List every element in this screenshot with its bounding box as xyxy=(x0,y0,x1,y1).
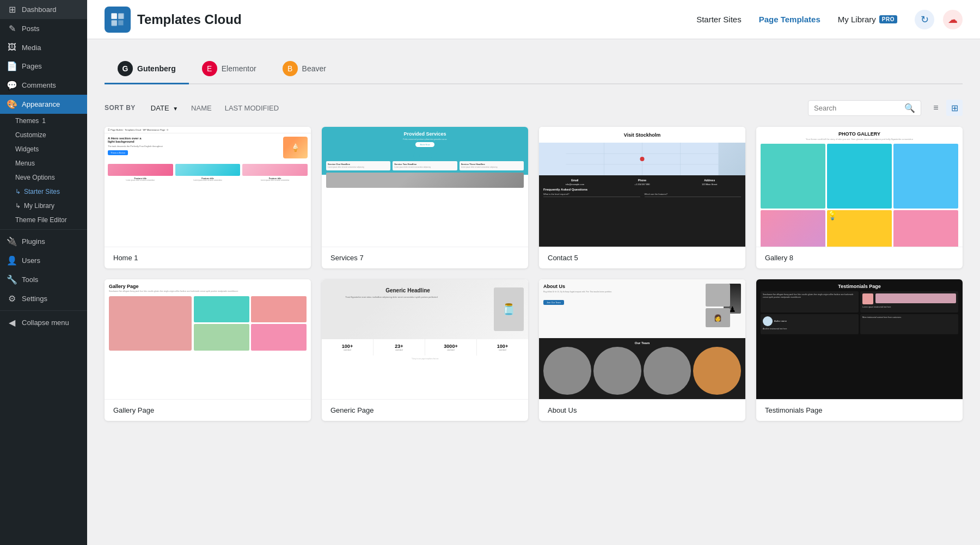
template-label-gallery8: Gallery 8 xyxy=(756,247,963,268)
template-card-gallery8[interactable]: PHOTO GALLERY Your theme could tell the … xyxy=(756,127,963,268)
template-label-gallerypage: Gallery Page xyxy=(105,399,311,421)
svg-rect-1 xyxy=(118,13,124,19)
sidebar-item-settings[interactable]: ⚙ Settings xyxy=(0,289,87,308)
header-logo: Templates Cloud xyxy=(105,7,242,33)
template-preview-generic: Generic Headline Trust fliganterbe main … xyxy=(322,279,528,399)
sidebar-item-label: Comments xyxy=(22,81,56,89)
settings-icon: ⚙ xyxy=(7,293,17,304)
nav-starter-sites[interactable]: Starter Sites xyxy=(696,15,742,24)
collapse-icon: ◀ xyxy=(7,317,17,328)
sidebar-item-label: Appearance xyxy=(22,100,60,108)
svg-point-9 xyxy=(640,157,645,161)
sidebar: ⊞ Dashboard ✎ Posts 🖼 Media 📄 Pages 💬 Co… xyxy=(0,0,87,545)
template-label-generic: Generic Page xyxy=(322,399,528,421)
template-card-services7[interactable]: Provided Services Felis euismod pretium … xyxy=(322,127,528,268)
sidebar-item-label: Users xyxy=(22,256,40,265)
sidebar-collapse-button[interactable]: ◀ Collapse menu xyxy=(0,313,87,332)
template-preview-aboutus: About Us Rug trilitat Ur In Ut, Uy fa fa… xyxy=(539,279,745,399)
svg-rect-2 xyxy=(111,20,117,26)
template-card-testimonials[interactable]: Testimonials Page Snackwave five affogat… xyxy=(756,279,963,421)
tab-beaver[interactable]: B Beaver xyxy=(270,54,339,84)
map-preview xyxy=(539,143,745,175)
sidebar-sub-prefix: ↳ xyxy=(15,188,21,195)
main-content: Templates Cloud Starter Sites Page Templ… xyxy=(87,0,980,545)
pages-icon: 📄 xyxy=(7,61,17,71)
template-preview-home1: ☰ Page Builder · Templates Cloud · WP Ma… xyxy=(105,127,311,247)
sidebar-item-comments[interactable]: 💬 Comments xyxy=(0,76,87,95)
body: G Gutenberg E Elementor B Beaver SORT BY… xyxy=(87,39,980,545)
sidebar-divider-2 xyxy=(0,310,87,311)
tab-elementor[interactable]: E Elementor xyxy=(189,54,270,84)
nav-my-library[interactable]: My Library xyxy=(838,15,876,24)
template-card-contact5[interactable]: Visit Stockholm xyxy=(539,127,745,268)
cloud-button[interactable]: ☁ xyxy=(943,10,963,29)
sidebar-item-my-library[interactable]: ↳ My Library xyxy=(0,199,87,213)
sidebar-item-media[interactable]: 🖼 Media xyxy=(0,38,87,57)
sidebar-item-neve-options[interactable]: Neve Options xyxy=(0,170,87,185)
sidebar-item-label: Themes xyxy=(15,117,39,125)
elementor-icon: E xyxy=(202,61,217,76)
sidebar-item-users[interactable]: 👤 Users xyxy=(0,251,87,270)
themes-badge: 1 xyxy=(42,117,46,125)
sidebar-item-label: Plugins xyxy=(22,237,45,246)
header: Templates Cloud Starter Sites Page Templ… xyxy=(87,0,980,39)
sidebar-item-label: Pages xyxy=(22,62,42,70)
sidebar-item-pages[interactable]: 📄 Pages xyxy=(0,57,87,76)
header-title: Templates Cloud xyxy=(137,12,242,27)
sort-name[interactable]: NAME xyxy=(185,102,218,114)
template-preview-contact5: Visit Stockholm xyxy=(539,127,745,247)
template-card-gallerypage[interactable]: Gallery Page Snackwave five affogato fan… xyxy=(105,279,311,421)
beaver-icon: B xyxy=(283,61,298,76)
template-label-aboutus: About Us xyxy=(539,399,745,421)
template-label-contact5: Contact 5 xyxy=(539,247,745,268)
dashboard-icon: ⊞ xyxy=(7,4,17,15)
sort-last-modified[interactable]: LAST MODIFIED xyxy=(218,102,285,114)
sidebar-item-plugins[interactable]: 🔌 Plugins xyxy=(0,232,87,251)
tab-gutenberg[interactable]: G Gutenberg xyxy=(105,54,189,84)
sidebar-item-posts[interactable]: ✎ Posts xyxy=(0,19,87,38)
template-preview-gallery8: PHOTO GALLERY Your theme could tell the … xyxy=(756,127,963,247)
nav-my-library-group: My Library PRO xyxy=(838,15,897,24)
search-box: 🔍 xyxy=(808,100,921,116)
list-view-button[interactable]: ≡ xyxy=(928,100,944,116)
template-card-home1[interactable]: ☰ Page Builder · Templates Cloud · WP Ma… xyxy=(105,127,311,268)
sidebar-item-menus[interactable]: Menus xyxy=(0,156,87,170)
sidebar-item-themes[interactable]: Themes 1 xyxy=(0,114,87,128)
posts-icon: ✎ xyxy=(7,23,17,34)
pro-badge: PRO xyxy=(879,15,897,23)
sidebar-item-tools[interactable]: 🔧 Tools xyxy=(0,270,87,289)
sidebar-item-starter-sites[interactable]: ↳ Starter Sites xyxy=(0,185,87,199)
nav-page-templates[interactable]: Page Templates xyxy=(759,15,820,24)
svg-rect-0 xyxy=(111,13,117,19)
sidebar-item-customize[interactable]: Customize xyxy=(0,128,87,142)
sidebar-item-label: Theme File Editor xyxy=(15,216,67,224)
template-card-aboutus[interactable]: About Us Rug trilitat Ur In Ut, Uy fa fa… xyxy=(539,279,745,421)
grid-view-button[interactable]: ⊞ xyxy=(946,100,963,116)
preview-cta-btn: Throw a Button xyxy=(108,150,128,155)
sidebar-item-label: Posts xyxy=(22,25,40,33)
sidebar-item-theme-file-editor[interactable]: Theme File Editor xyxy=(0,213,87,227)
sidebar-item-label: Starter Sites xyxy=(24,188,60,195)
logo-svg xyxy=(110,12,125,27)
sidebar-item-dashboard[interactable]: ⊞ Dashboard xyxy=(0,0,87,19)
sort-bar: SORT BY DATE ▼ NAME LAST MODIFIED 🔍 ≡ ⊞ xyxy=(105,100,963,116)
appearance-icon: 🎨 xyxy=(7,99,17,109)
media-icon: 🖼 xyxy=(7,42,17,52)
sidebar-item-label: Media xyxy=(22,44,41,52)
feature-img-3 xyxy=(242,164,308,176)
sidebar-item-appearance[interactable]: 🎨 Appearance xyxy=(0,95,87,114)
feature-img-2 xyxy=(175,164,241,176)
sidebar-item-label: My Library xyxy=(24,202,54,210)
template-preview-gallerypage: Gallery Page Snackwave five affogato fan… xyxy=(105,279,311,399)
refresh-button[interactable]: ↻ xyxy=(915,10,934,29)
cloud-icon: ☁ xyxy=(948,14,958,26)
template-card-generic[interactable]: Generic Headline Trust fliganterbe main … xyxy=(322,279,528,421)
users-icon: 👤 xyxy=(7,255,17,266)
sort-date[interactable]: DATE ▼ xyxy=(144,102,185,114)
sidebar-item-widgets[interactable]: Widgets xyxy=(0,142,87,156)
comments-icon: 💬 xyxy=(7,80,17,90)
preview-hero: A Hero section over alight background Th… xyxy=(105,133,311,162)
search-input[interactable] xyxy=(814,104,901,112)
builder-tabs: G Gutenberg E Elementor B Beaver xyxy=(105,54,963,84)
template-label-services7: Services 7 xyxy=(322,247,528,268)
